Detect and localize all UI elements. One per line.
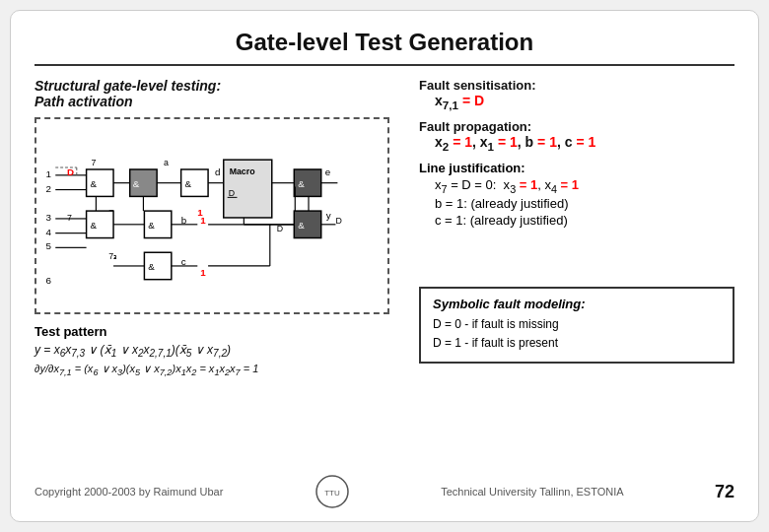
svg-text:TTU: TTU: [324, 489, 340, 498]
symbolic-line2: D = 1 - if fault is present: [433, 334, 721, 353]
svg-text:e: e: [325, 166, 331, 177]
line-justification-section: Line justification: x7 = D = 0: x3 = 1, …: [419, 161, 734, 229]
symbolic-content: D = 0 - if fault is missing D = 1 - if f…: [433, 315, 721, 353]
footer-copyright: Copyright 2000-2003 by Raimund Ubar: [35, 486, 223, 498]
svg-text:&: &: [298, 178, 305, 189]
svg-text:c: c: [181, 256, 186, 267]
right-panel: Fault sensitisation: x7,1 = D Fault prop…: [409, 78, 734, 382]
svg-text:2: 2: [45, 183, 50, 194]
svg-text:d: d: [215, 166, 220, 177]
line-just-1: x7 = D = 0: x3 = 1, x4 = 1: [435, 177, 734, 195]
left-panel: Structural gate-level testing: Path acti…: [35, 78, 399, 382]
svg-text:1: 1: [45, 168, 50, 179]
divider: [35, 64, 734, 66]
svg-text:3: 3: [45, 212, 51, 223]
line-justification-label: Line justification:: [419, 161, 734, 175]
svg-text:5: 5: [45, 240, 51, 251]
test-pattern: Test pattern y = x6x7,3 ∨ (x̄1 ∨ x2x2,7,…: [35, 324, 399, 378]
svg-text:1: 1: [197, 207, 203, 218]
formula-2: ∂y/∂x7,1 = (x6 ∨ x3)(x5 ∨ x7,2)x1x2 = x1…: [35, 363, 399, 377]
formula-1: y = x6x7,3 ∨ (x̄1 ∨ x2x2,7,1)(x̄5 ∨ x7,2…: [35, 343, 399, 359]
svg-text:&: &: [185, 178, 192, 189]
symbolic-fault-box: Symbolic fault modeling: D = 0 - if faul…: [419, 287, 734, 363]
fault-propagation-value: x2 = 1, x1 = 1, b = 1, c = 1: [435, 134, 734, 153]
university-logo: TTU: [315, 474, 350, 509]
svg-text:7₃: 7₃: [108, 251, 117, 261]
test-pattern-label: Test pattern: [35, 324, 399, 339]
fault-propagation-label: Fault propagation:: [419, 119, 734, 134]
svg-text:D: D: [335, 216, 341, 226]
svg-text:6: 6: [45, 275, 51, 286]
slide: Gate-level Test Generation Structural ga…: [10, 10, 759, 522]
symbolic-title: Symbolic fault modeling:: [433, 297, 721, 311]
svg-text:7: 7: [67, 213, 72, 223]
svg-text:1: 1: [200, 267, 206, 278]
footer-university: Technical University Tallinn, ESTONIA: [441, 486, 623, 498]
fault-sensitisation-section: Fault sensitisation: x7,1 = D: [419, 78, 734, 111]
svg-text:&: &: [148, 261, 155, 272]
fault-propagation-section: Fault propagation: x2 = 1, x1 = 1, b = 1…: [419, 119, 734, 153]
line-just-3: c = 1: (already justified): [435, 213, 734, 228]
svg-text:4: 4: [45, 227, 51, 237]
symbolic-line1: D = 0 - if fault is missing: [433, 315, 721, 334]
svg-text:7: 7: [92, 158, 97, 167]
svg-text:&: &: [298, 220, 305, 231]
slide-title: Gate-level Test Generation: [35, 29, 734, 56]
content-area: Structural gate-level testing: Path acti…: [35, 78, 734, 382]
d-value: = D: [462, 93, 484, 108]
svg-text:&: &: [91, 178, 98, 189]
svg-text:b: b: [181, 215, 187, 226]
svg-text:Macro: Macro: [230, 166, 256, 176]
page-number: 72: [715, 482, 734, 502]
svg-text:a: a: [164, 158, 169, 167]
fault-sub: 7,1: [443, 99, 458, 111]
svg-text:y: y: [326, 210, 331, 221]
svg-text:&: &: [133, 178, 140, 189]
line-just-2: b = 1: (already justified): [435, 196, 734, 211]
footer: Copyright 2000-2003 by Raimund Ubar TTU …: [35, 474, 734, 509]
fault-sensitisation-value: x7,1 = D: [435, 93, 734, 111]
svg-text:&: &: [148, 220, 155, 231]
svg-text:&: &: [91, 220, 98, 231]
fault-sensitisation-label: Fault sensitisation:: [419, 78, 734, 93]
circuit-diagram: 1 2 3 4 5 6 & D: [35, 117, 389, 314]
section-title: Structural gate-level testing: Path acti…: [35, 78, 399, 109]
